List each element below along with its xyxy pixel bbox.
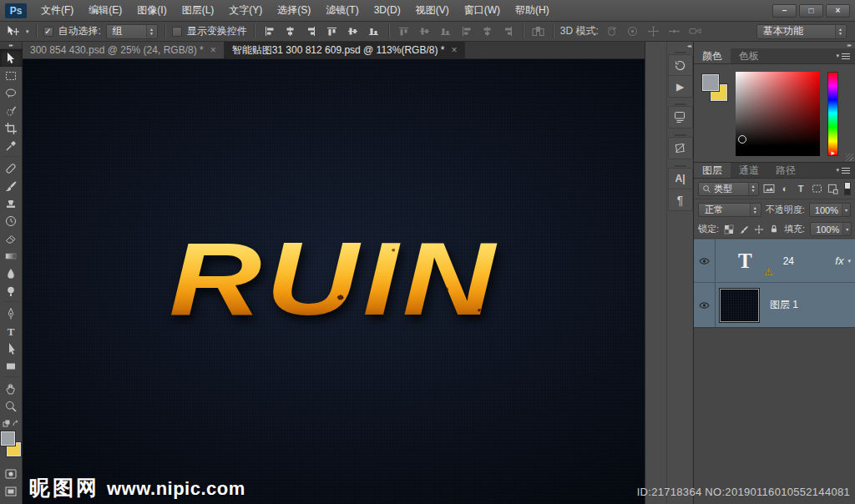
layers-panel-menu-button[interactable]: ▾ [831,163,855,178]
3d-roll-icon[interactable] [625,23,640,39]
tool-zoom[interactable] [0,397,23,415]
caret-down-icon[interactable]: ▾ [847,258,851,265]
lock-all-icon[interactable] [769,224,779,235]
layer-visibility-toggle[interactable] [694,283,716,327]
tool-history-brush[interactable] [0,212,23,229]
distribute-vertical-centers-icon[interactable] [417,23,433,39]
tool-hand[interactable] [0,380,23,397]
align-vertical-centers-icon[interactable] [345,23,361,39]
canvas[interactable]: RUIN 昵图网 www.nipic.com [23,59,645,504]
filter-pixel-layers-icon[interactable] [762,182,775,195]
color-cursor[interactable] [738,135,746,144]
tab-color[interactable]: 颜色 [694,48,731,63]
menu-view[interactable]: 视图(V) [408,0,457,21]
color-panel-menu-button[interactable]: ▾ [831,48,855,63]
tool-brush[interactable] [0,177,23,194]
properties-panel-icon[interactable] [669,107,692,128]
align-bottom-edges-icon[interactable] [366,23,382,39]
tool-crop[interactable] [0,119,23,137]
tool-gradient[interactable] [0,247,23,265]
panel-foreground-swatch[interactable] [702,74,719,91]
3d-slide-icon[interactable] [666,23,682,39]
menu-layer[interactable]: 图层(L) [175,0,222,21]
quick-mask-button[interactable] [0,465,23,482]
menu-edit[interactable]: 编辑(E) [81,0,129,21]
layer-effects-badge[interactable]: fx ▾ [835,255,851,267]
paragraph-panel-icon[interactable]: ¶ [669,189,692,210]
distribute-horizontal-centers-icon[interactable] [479,23,495,39]
blend-mode-dropdown[interactable]: 正常 ▲▼ [698,203,761,217]
filter-smart-object-icon[interactable] [827,182,839,195]
align-right-edges-icon[interactable] [303,23,319,39]
tool-type[interactable]: T [0,322,23,340]
show-transform-checkbox[interactable] [172,27,182,37]
3d-pan-icon[interactable] [645,23,661,39]
strip-collapse-icon[interactable]: ◂◂ [687,43,693,49]
menu-image[interactable]: 图像(I) [129,0,174,21]
tool-quick-selection[interactable] [0,102,23,119]
hue-slider[interactable] [827,72,838,156]
caret-down-icon[interactable]: ▾ [842,204,850,216]
saturation-brightness-field[interactable] [736,72,820,156]
tab-swatches[interactable]: 色板 [731,48,767,63]
tool-eraser[interactable] [0,229,23,247]
swap-colors-icon[interactable] [3,419,19,428]
tool-spot-healing[interactable] [0,159,23,177]
3d-camera-icon[interactable] [687,23,703,39]
character-panel-icon[interactable]: A| [669,169,692,189]
fill-field[interactable]: 100% ▾ [810,222,852,236]
tools-collapse-icon[interactable]: ▸▸ [0,42,22,49]
caret-down-icon[interactable]: ▾ [842,223,851,235]
tab-channels[interactable]: 通道 [731,163,767,178]
actions-panel-icon[interactable]: ▶ [669,76,692,97]
opacity-field[interactable]: 100% ▾ [809,203,851,217]
auto-select-dropdown[interactable]: 组 ▲▼ [106,24,158,39]
layer-row-text[interactable]: T 24 ⚠ fx ▾ [694,239,855,283]
tool-dodge[interactable] [0,282,23,300]
layer-name[interactable]: 24 [783,255,794,267]
lock-transparent-pixels-icon[interactable] [724,224,734,235]
distribute-top-edges-icon[interactable] [396,23,412,39]
distribute-right-edges-icon[interactable] [500,23,516,39]
history-panel-icon[interactable] [669,55,692,76]
auto-select-checkbox[interactable]: ✓ [43,27,53,37]
close-button[interactable]: × [826,4,850,18]
layer-filter-dropdown[interactable]: 类型 ▲▼ [698,182,759,196]
align-left-edges-icon[interactable] [261,23,277,39]
document-tab-2[interactable]: 智能贴图31 300 812 609.psd @ 113%(RGB/8) * × [225,42,466,58]
move-tool-icon[interactable] [5,23,21,39]
layer-name[interactable]: 图层 1 [770,298,798,312]
tool-marquee[interactable] [0,67,23,84]
menu-file[interactable]: 文件(F) [33,0,81,21]
tool-move[interactable] [0,49,23,67]
tab-layers[interactable]: 图层 [694,163,731,178]
tool-pen[interactable] [0,305,23,322]
notes-panel-icon[interactable] [669,138,692,159]
filter-adjustment-layers-icon[interactable]: ◐ [779,182,792,195]
close-tab-icon[interactable]: × [210,45,216,55]
minimize-button[interactable]: – [772,4,797,18]
tool-lasso[interactable] [0,84,23,102]
lock-position-icon[interactable] [754,224,764,235]
document-tab-1[interactable]: 300 854 430.psd @ 25% (24, RGB/8) * × [23,42,225,58]
tool-eyedropper[interactable] [0,137,23,154]
workspace-dropdown[interactable]: 基本功能 ▲▼ [756,24,847,39]
filter-toggle-switch[interactable] [844,182,851,195]
screen-mode-button[interactable] [0,482,23,500]
tool-path-selection[interactable] [0,340,23,357]
tool-preset-caret-icon[interactable]: ▾ [26,28,29,35]
menu-filter[interactable]: 滤镜(T) [318,0,366,21]
menu-select[interactable]: 选择(S) [270,0,318,21]
dock-collapse-icon[interactable]: ▸▸ [694,42,855,48]
tool-blur[interactable] [0,265,23,282]
menu-3d[interactable]: 3D(D) [367,0,408,21]
distribute-bottom-edges-icon[interactable] [438,23,453,39]
layer-visibility-toggle[interactable] [694,239,716,282]
tool-shape[interactable] [0,357,23,375]
close-tab-icon[interactable]: × [451,45,457,55]
menu-help[interactable]: 帮助(H) [508,0,557,21]
maximize-button[interactable]: □ [799,4,823,18]
layer-thumbnail[interactable] [720,289,759,322]
lock-image-pixels-icon[interactable] [739,224,749,235]
filter-type-layers-icon[interactable]: T [795,182,807,195]
